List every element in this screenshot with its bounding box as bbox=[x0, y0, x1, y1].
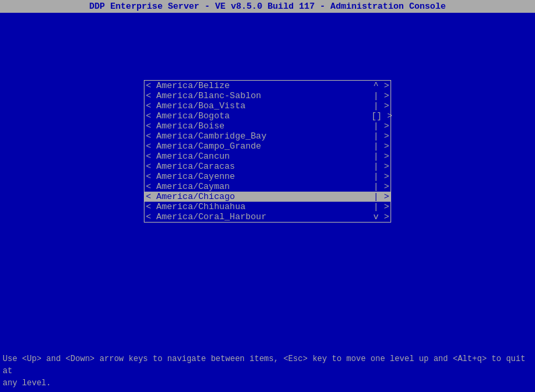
list-item-prefix: < bbox=[146, 151, 157, 161]
list-item-text: America/Cayman bbox=[157, 182, 374, 192]
list-item-suffix: > bbox=[378, 192, 389, 202]
list-item-suffix: > bbox=[378, 141, 389, 151]
list-item-prefix: < bbox=[146, 202, 157, 212]
list-item[interactable]: < America/Chicago | > bbox=[145, 192, 390, 202]
scroll-indicator: | bbox=[374, 171, 379, 182]
list-item[interactable]: < America/Boa_Vista | > bbox=[145, 101, 390, 111]
main-area: < America/Belize ^ >< America/Blanc-Sabl… bbox=[0, 13, 535, 223]
scroll-indicator: | bbox=[374, 141, 379, 151]
scroll-indicator: | bbox=[374, 192, 379, 202]
list-item-text: America/Chihuahua bbox=[157, 202, 374, 212]
scroll-indicator: | bbox=[374, 101, 379, 111]
list-item-text: America/Campo_Grande bbox=[157, 141, 374, 151]
title-text: DDP Enterprise Server - VE v8.5.0 Build … bbox=[89, 1, 446, 11]
list-item-text: America/Caracas bbox=[157, 161, 374, 171]
list-item-suffix: > bbox=[378, 131, 389, 141]
scroll-indicator: v bbox=[374, 212, 379, 222]
list-item-prefix: < bbox=[146, 121, 157, 131]
status-line1: Use <Up> and <Down> arrow keys to naviga… bbox=[3, 353, 532, 377]
status-line2: any level. bbox=[3, 377, 532, 389]
list-item[interactable]: < America/Chihuahua | > bbox=[145, 202, 390, 212]
list-box[interactable]: < America/Belize ^ >< America/Blanc-Sabl… bbox=[144, 80, 391, 223]
list-item-suffix: > bbox=[378, 202, 389, 212]
list-item[interactable]: < America/Cayman | > bbox=[145, 182, 390, 192]
list-item[interactable]: < America/Coral_Harbour v > bbox=[145, 212, 390, 222]
list-item[interactable]: < America/Cambridge_Bay | > bbox=[145, 131, 390, 141]
list-item[interactable]: < America/Cancun | > bbox=[145, 151, 390, 161]
list-item-suffix: > bbox=[378, 91, 389, 101]
list-item[interactable]: < America/Caracas | > bbox=[145, 161, 390, 171]
scroll-indicator: | bbox=[374, 161, 379, 171]
list-item-text: America/Belize bbox=[157, 81, 374, 91]
list-item-prefix: < bbox=[146, 81, 157, 91]
list-item-suffix: > bbox=[378, 81, 389, 91]
list-item-suffix: > bbox=[378, 101, 389, 111]
list-item-suffix: > bbox=[378, 121, 389, 131]
list-item-prefix: < bbox=[146, 91, 157, 101]
scroll-indicator: | bbox=[374, 121, 379, 131]
list-item[interactable]: < America/Bogota [] > bbox=[145, 111, 390, 121]
list-item-prefix: < bbox=[146, 182, 157, 192]
list-item-prefix: < bbox=[146, 161, 157, 171]
list-item-text: America/Chicago bbox=[157, 192, 374, 202]
list-item-text: America/Cancun bbox=[157, 151, 374, 161]
list-item-prefix: < bbox=[146, 141, 157, 151]
list-item[interactable]: < America/Belize ^ > bbox=[145, 81, 390, 91]
scroll-indicator: [] bbox=[371, 111, 382, 121]
list-item-prefix: < bbox=[146, 212, 157, 222]
list-item-suffix: > bbox=[378, 151, 389, 161]
scroll-indicator: | bbox=[374, 91, 379, 101]
list-item-prefix: < bbox=[146, 111, 157, 121]
scroll-indicator: | bbox=[374, 202, 379, 212]
list-item-suffix: > bbox=[378, 161, 389, 171]
list-item-prefix: < bbox=[146, 131, 157, 141]
list-item[interactable]: < America/Boise | > bbox=[145, 121, 390, 131]
scroll-indicator: | bbox=[374, 151, 379, 161]
scroll-indicator: | bbox=[374, 182, 379, 192]
list-item-suffix: > bbox=[382, 111, 393, 121]
list-item[interactable]: < America/Cayenne | > bbox=[145, 171, 390, 182]
list-item-suffix: > bbox=[378, 182, 389, 192]
list-item[interactable]: < America/Blanc-Sablon | > bbox=[145, 91, 390, 101]
list-item-suffix: > bbox=[378, 212, 389, 222]
list-item-text: America/Coral_Harbour bbox=[157, 212, 374, 222]
list-item-prefix: < bbox=[146, 171, 157, 182]
list-item-prefix: < bbox=[146, 101, 157, 111]
status-bar: Use <Up> and <Down> arrow keys to naviga… bbox=[0, 350, 535, 392]
list-item-text: America/Bogota bbox=[157, 111, 372, 121]
list-item-text: America/Blanc-Sablon bbox=[157, 91, 374, 101]
list-item-text: America/Boa_Vista bbox=[157, 101, 374, 111]
scroll-indicator: | bbox=[374, 131, 379, 141]
list-item-text: America/Boise bbox=[157, 121, 374, 131]
list-item-text: America/Cambridge_Bay bbox=[157, 131, 374, 141]
list-item-suffix: > bbox=[378, 171, 389, 182]
list-item[interactable]: < America/Campo_Grande | > bbox=[145, 141, 390, 151]
title-bar: DDP Enterprise Server - VE v8.5.0 Build … bbox=[0, 0, 535, 13]
list-item-prefix: < bbox=[146, 192, 157, 202]
list-item-text: America/Cayenne bbox=[157, 171, 374, 182]
scroll-indicator: ^ bbox=[374, 81, 379, 91]
